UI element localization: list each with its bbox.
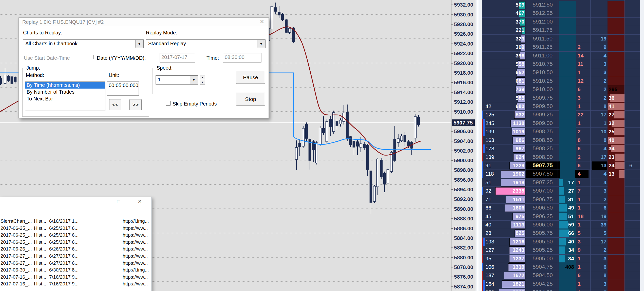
dom-row[interactable]: 426805909.501841 — [482, 102, 640, 111]
dom-row[interactable]: 19312165905.5040317 — [482, 238, 640, 246]
bid-pulling-value: 59 — [559, 221, 574, 229]
charts-to-replay-select[interactable]: All Charts in Chartbook ▼ — [23, 39, 144, 48]
close-icon[interactable]: ✕ — [258, 18, 266, 25]
candle-body — [323, 128, 325, 133]
volume-profile-value: 1319 — [487, 263, 524, 271]
dom-row[interactable]: 9223385907.002773 — [482, 187, 640, 195]
bid-count-value: 4 — [590, 144, 607, 153]
download-row[interactable]: 2017-06-27_...Hist...6/27/2017 6...https… — [0, 253, 151, 260]
dom-row[interactable]: 1399245908.0021723 — [482, 153, 640, 161]
dom-row[interactable]: 4675912.25 — [482, 9, 640, 17]
dom-row[interactable]: 5855909.753236 — [482, 94, 640, 102]
download-row[interactable]: SierraChart_...Hist...6/16/2017 1...http… — [0, 218, 151, 225]
jump-method-item[interactable]: To Next Bar — [25, 95, 105, 102]
download-row[interactable]: 2017-06-25_...Hist...6/25/2017 6...https… — [0, 225, 151, 232]
dom-row[interactable]: 16418215904.2513 — [482, 280, 640, 288]
candle-body — [299, 143, 301, 147]
chevron-down-icon[interactable]: ▼ — [257, 40, 265, 48]
left-blue-stripe — [483, 288, 485, 291]
dom-row[interactable]: 7395910.0062295 — [482, 85, 640, 94]
skip-empty-checkbox[interactable] — [166, 101, 171, 106]
speed-select[interactable]: 1 ▼ — [156, 75, 198, 85]
maximize-icon[interactable]: □ — [115, 198, 122, 205]
jump-forward-button[interactable]: >> — [129, 99, 142, 110]
jump-method-item[interactable]: By Time (hh:mm:ss.ms) — [25, 82, 105, 89]
dom-row[interactable]: 6815910.25122 — [482, 77, 640, 85]
dom-row[interactable]: 1639865908.508840 — [482, 136, 640, 144]
bid-pulling-value: 27 — [559, 187, 574, 195]
recent-bid-volume-value: 23 — [609, 153, 624, 161]
dom-row[interactable]: 25220685904.0012 — [482, 288, 640, 291]
dom-row[interactable]: 6616065906.504916 — [482, 204, 640, 212]
bid-count-value: 2 — [590, 288, 607, 291]
dom-row[interactable]: 3095911.2529 — [482, 43, 640, 51]
left-blue-stripe — [483, 128, 485, 136]
dom-row[interactable]: 2215911.75 — [482, 26, 640, 34]
pause-button[interactable]: Pause — [236, 71, 265, 84]
dom-row[interactable]: 5095912.50 — [482, 1, 640, 9]
dom-row[interactable]: 19910195908.7521025 — [482, 128, 640, 136]
jump-back-button[interactable]: << — [109, 99, 121, 110]
dom-row[interactable]: 5119185907.251714 — [482, 178, 640, 187]
time-field[interactable]: 08:30:00 — [223, 53, 261, 63]
chevron-down-icon[interactable]: ▼ — [135, 40, 143, 48]
bid-count-value: 8 — [590, 136, 607, 144]
dom-row[interactable]: 11819025907.504413 — [482, 170, 640, 178]
jump-caption: Jump: — [25, 65, 41, 71]
download-row[interactable]: 2017-06-27_...Hist...6/27/2017 6...https… — [0, 260, 151, 267]
dom-row[interactable]: 288255905.756655 — [482, 229, 640, 237]
speed-spin-up[interactable]: ▲ — [200, 75, 205, 80]
speed-spin-down[interactable]: ▼ — [200, 80, 205, 85]
candle-body — [370, 171, 372, 202]
download-row[interactable]: 2017-06-30_...Hist...6/30/2017 8...http:… — [0, 267, 151, 274]
teal-column-cell — [559, 9, 576, 17]
dom-row[interactable]: 4011135906.0059139 — [482, 221, 640, 229]
bid-pulling-value: 34 — [559, 255, 574, 263]
volume-profile-value: 967 — [487, 144, 524, 153]
axis-price-label: 5900.00 — [454, 157, 475, 163]
dom-row[interactable]: 1739675908.256434 — [482, 144, 640, 153]
red-column-cell — [608, 280, 624, 288]
dom-row[interactable]: 24511385909.001132 — [482, 119, 640, 128]
download-row[interactable]: 2017-06-26_...Hist...6/26/2017 6...https… — [0, 246, 151, 253]
unit-field[interactable]: 00:05:00.000 — [107, 81, 139, 96]
download-row[interactable]: 2017-07-16_...Hist...7/16/2017 9...https… — [0, 274, 151, 281]
replay-mode-select[interactable]: Standard Replay ▼ — [146, 39, 266, 48]
dom-row[interactable]: 6525910.5013 — [482, 68, 640, 77]
dom-price-label: 5906.50 — [526, 204, 559, 212]
dom-row[interactable]: 3705912.00 — [482, 18, 640, 26]
dom-scrollbar[interactable] — [640, 0, 644, 291]
date-field[interactable]: 2017-07-17 — [160, 53, 195, 63]
dom-row[interactable]: 9112295907.75613246 — [482, 161, 640, 170]
download-row[interactable]: 2017-07-16_...Hist...7/16/2017 9...https… — [0, 281, 151, 288]
dom-row[interactable]: 3965911.00144 — [482, 52, 640, 60]
dom-row[interactable]: 459755906.25511819 — [482, 212, 640, 221]
recent-bid-volume-value: 40 — [609, 136, 624, 144]
jump-method-list[interactable]: By Time (hh:mm:ss.ms)By Number of Trades… — [25, 81, 105, 111]
dom-row[interactable]: 12712435905.253492 — [482, 246, 640, 254]
download-progress: 6/25/2017 6... — [49, 225, 79, 231]
dom-row[interactable]: 10613195904.7540816 — [482, 263, 640, 271]
volume-profile-value: 986 — [487, 136, 524, 144]
dom-row[interactable]: 9512375905.003413 — [482, 255, 640, 263]
price-axis[interactable]: 5932.005930.005928.005926.005924.005922.… — [451, 0, 476, 291]
volume-profile-value: 309 — [487, 43, 524, 51]
axis-price-label: 5886.00 — [454, 225, 475, 232]
close-icon[interactable]: ✕ — [136, 198, 144, 205]
use-start-checkbox[interactable] — [89, 55, 93, 59]
dom-row[interactable]: 5585910.75113 — [482, 60, 640, 68]
replay-dialog-titlebar[interactable]: Replay 1.0X: F.US.ENQU17 [CV] #2 ✕ — [19, 18, 269, 26]
downloads-titlebar[interactable]: — □ ✕ — [0, 197, 151, 206]
dom-ladder[interactable]: 5095912.504675912.253705912.002215911.75… — [482, 0, 640, 291]
dom-row[interactable]: 18716725904.5068 — [482, 271, 640, 280]
download-row[interactable]: 2017-06-25_...Hist...6/25/2017 6...https… — [0, 232, 151, 239]
dom-row[interactable]: 3235911.5019 — [482, 35, 640, 43]
candle-body — [316, 143, 318, 163]
chevron-down-icon[interactable]: ▼ — [190, 76, 198, 84]
minimize-icon[interactable]: — — [94, 198, 101, 205]
stop-button[interactable]: Stop — [236, 93, 265, 106]
jump-method-item[interactable]: By Number of Trades — [25, 89, 105, 95]
download-row[interactable]: 2017-06-25_...Hist...6/25/2017 6...https… — [0, 239, 151, 246]
dom-row[interactable]: 1258325909.25221727 — [482, 111, 640, 119]
dom-row[interactable]: 7115115906.753112 — [482, 195, 640, 204]
